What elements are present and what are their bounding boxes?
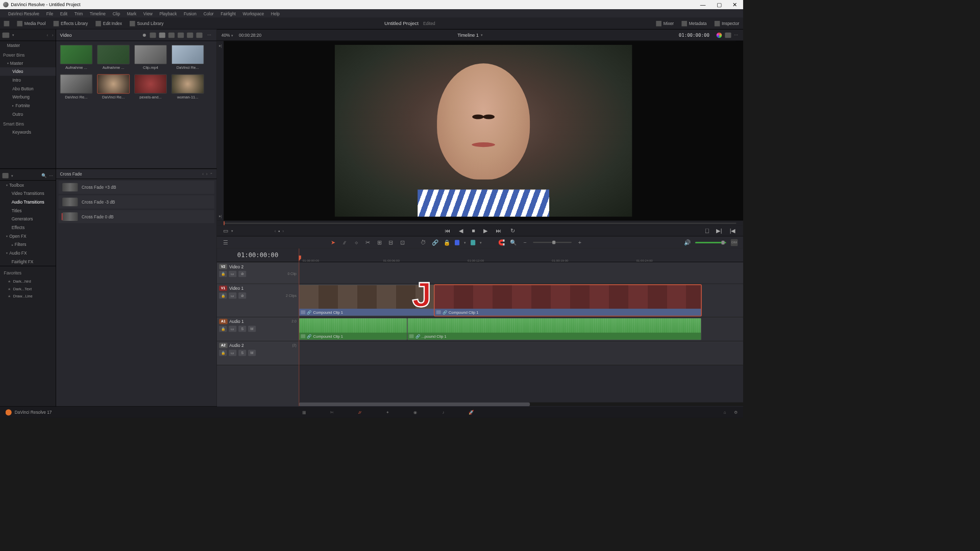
- fx-generators[interactable]: Generators: [0, 215, 56, 223]
- blade-tool-icon[interactable]: ✂: [364, 239, 372, 246]
- minimize-icon[interactable]: —: [700, 2, 706, 8]
- selection-tool-icon[interactable]: ➤: [329, 239, 336, 246]
- fx-effects[interactable]: Effects: [0, 223, 56, 232]
- trim-tool-icon[interactable]: ⫽: [341, 239, 348, 246]
- link-icon[interactable]: 🔗: [432, 239, 439, 246]
- media-clip[interactable]: pexels-and...: [134, 74, 167, 99]
- zoom-slider[interactable]: [533, 242, 572, 243]
- zoom-level[interactable]: 40%: [222, 33, 230, 37]
- edit-page-icon[interactable]: ⫻: [356, 409, 364, 416]
- fx-video-transitions[interactable]: Video Transitions: [0, 189, 56, 198]
- media-clip[interactable]: DaVinci Re...: [172, 45, 204, 70]
- bin-outro[interactable]: Outro: [0, 110, 56, 118]
- fusion-page-icon[interactable]: ✦: [383, 409, 392, 416]
- expand-button[interactable]: [0, 19, 13, 28]
- menu-fusion[interactable]: Fusion: [180, 11, 200, 16]
- track-header-v1[interactable]: V1Video 1 🔒▭⊘2 Clips: [217, 284, 299, 317]
- metadata-button[interactable]: Metadata: [678, 19, 710, 28]
- chevron-down-icon[interactable]: ▾: [231, 34, 233, 38]
- fairlight-page-icon[interactable]: ♪: [439, 409, 448, 416]
- nav-fwd-icon[interactable]: ›: [206, 171, 208, 176]
- list-view-icon[interactable]: [168, 32, 175, 38]
- media-pool-button[interactable]: Media Pool: [13, 19, 50, 28]
- lock-icon[interactable]: 🔒: [443, 239, 450, 246]
- disable-icon[interactable]: ⊘: [238, 271, 246, 277]
- fx-entry[interactable]: Cross Fade -3 dB: [59, 195, 215, 209]
- marker-icon[interactable]: [471, 240, 475, 245]
- edit-index-button[interactable]: Edit Index: [92, 19, 126, 28]
- color-wheel-icon[interactable]: [717, 32, 722, 38]
- fx-open-fx[interactable]: ▾Open FX: [0, 232, 56, 240]
- loop-button[interactable]: ↻: [509, 227, 517, 235]
- play-button[interactable]: ▶: [482, 227, 489, 235]
- insert-icon[interactable]: ⊞: [376, 239, 383, 246]
- favorite-item[interactable]: ★Dark...hird: [0, 278, 56, 285]
- lock-icon[interactable]: 🔒: [219, 292, 227, 298]
- audio-clip[interactable]: 🔗Compound Clip 1: [299, 318, 407, 340]
- flag-icon[interactable]: [455, 240, 459, 245]
- track-header-a1[interactable]: A1Audio 12.0 🔒▭SM: [217, 317, 299, 341]
- favorite-item[interactable]: ★Dark...Text: [0, 285, 56, 292]
- solo-button[interactable]: S: [238, 350, 246, 356]
- lock-icon[interactable]: 🔒: [219, 271, 227, 277]
- autosel-icon[interactable]: ▭: [229, 350, 236, 356]
- track-header-v2[interactable]: V2Video 2 🔒▭⊘0 Clip: [217, 262, 299, 284]
- bin-werbung[interactable]: Werbung: [0, 93, 56, 102]
- menu-view[interactable]: View: [140, 11, 156, 16]
- fx-entry[interactable]: Cross Fade +3 dB: [59, 181, 215, 194]
- next-frame-button[interactable]: ⏭: [495, 227, 503, 235]
- nav-back-icon[interactable]: ‹: [202, 171, 204, 176]
- nav-back-icon[interactable]: ‹: [46, 33, 48, 37]
- audio-clip[interactable]: 🔗...pound Clip 1: [407, 318, 701, 340]
- bin-abo-button[interactable]: Abo Button: [0, 84, 56, 93]
- lock-icon[interactable]: 🔒: [219, 350, 227, 356]
- replace-icon[interactable]: ⊡: [399, 239, 406, 246]
- viewer-canvas[interactable]: [224, 41, 743, 220]
- media-clip[interactable]: Aufnahme ...: [97, 45, 130, 70]
- timeline-selector[interactable]: Timeline 1 ▾: [457, 32, 482, 38]
- close-icon[interactable]: ✕: [732, 2, 737, 8]
- chevron-down-icon[interactable]: ▾: [12, 33, 14, 37]
- playhead-marker[interactable]: [224, 221, 225, 226]
- match-frame-icon[interactable]: ⎕: [704, 227, 710, 235]
- timeline-view-options-icon[interactable]: ☰: [222, 239, 229, 246]
- track-header-a2[interactable]: A2Audio 2(2) 🔒▭SM: [217, 341, 299, 365]
- search-icon[interactable]: [178, 32, 184, 38]
- grid-view-icon[interactable]: [159, 32, 165, 38]
- more-icon[interactable]: ⋯: [49, 173, 53, 178]
- project-manager-icon[interactable]: ⌂: [724, 410, 726, 415]
- fx-toolbox[interactable]: ▾Toolbox: [0, 181, 56, 189]
- go-end-icon[interactable]: ▶|: [715, 227, 723, 235]
- track-v2[interactable]: [299, 262, 743, 284]
- autosel-icon[interactable]: ▭: [229, 271, 236, 277]
- menu-color[interactable]: Color: [200, 11, 217, 16]
- inspector-button[interactable]: Inspector: [710, 19, 743, 28]
- stop-button[interactable]: ■: [470, 227, 476, 235]
- disable-icon[interactable]: ⊘: [238, 292, 246, 298]
- bin-fortnite[interactable]: ▸Fortnite: [0, 102, 56, 110]
- prev-edit-icon[interactable]: ▸|: [219, 214, 222, 218]
- chevron-down-icon[interactable]: ▾: [480, 240, 482, 244]
- sort-icon[interactable]: [187, 32, 193, 38]
- chevron-down-icon[interactable]: ▾: [464, 240, 466, 244]
- go-start-icon[interactable]: |◀: [728, 227, 737, 235]
- overlay-mode-icon[interactable]: ▭: [222, 228, 229, 235]
- playhead[interactable]: [299, 248, 299, 406]
- video-clip[interactable]: 🔗Compound Clip 1: [299, 285, 434, 316]
- bin-pb-master[interactable]: ▾Master: [0, 59, 56, 67]
- mute-button[interactable]: M: [248, 350, 256, 356]
- fx-titles[interactable]: Titles: [0, 206, 56, 215]
- bin-video[interactable]: Video: [0, 67, 56, 76]
- zoom-out-icon[interactable]: −: [521, 239, 528, 246]
- maximize-icon[interactable]: ▢: [717, 2, 722, 8]
- zoom-tool-icon[interactable]: 🔍: [510, 239, 517, 246]
- menu-playback[interactable]: Playback: [156, 11, 181, 16]
- fx-filters[interactable]: ▸Filters: [0, 240, 56, 249]
- mute-button[interactable]: M: [248, 325, 256, 332]
- deliver-page-icon[interactable]: 🚀: [467, 409, 476, 416]
- volume-slider[interactable]: [695, 242, 726, 243]
- autosel-icon[interactable]: ▭: [229, 292, 236, 298]
- zoom-in-icon[interactable]: +: [576, 239, 583, 246]
- mixer-button[interactable]: Mixer: [652, 19, 678, 28]
- menu-trim[interactable]: Trim: [71, 11, 86, 16]
